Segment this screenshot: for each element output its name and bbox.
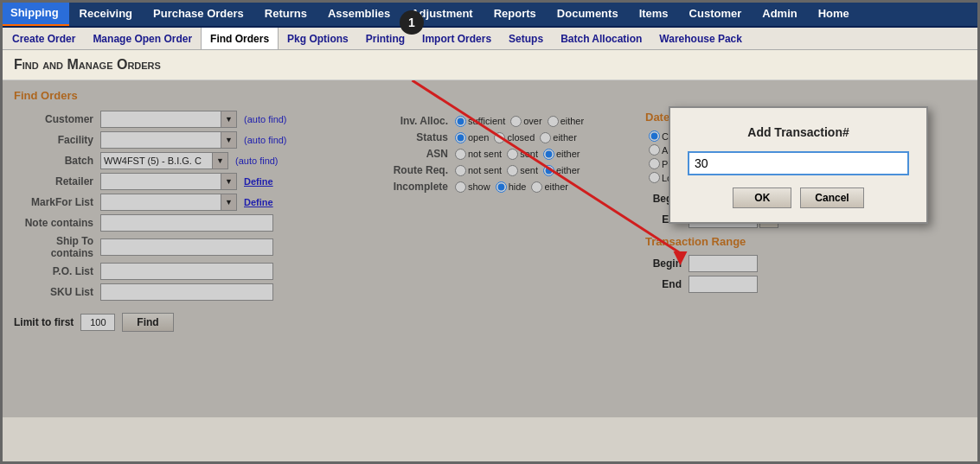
nav-receiving[interactable]: Receiving xyxy=(69,0,143,26)
nav-main-bar: Shipping Receiving Purchase Orders Retur… xyxy=(0,0,980,28)
subnav-pkg-options[interactable]: Pkg Options xyxy=(279,28,357,49)
nav-purchase-orders[interactable]: Purchase Orders xyxy=(143,0,254,26)
subnav-import-orders[interactable]: Import Orders xyxy=(413,28,500,49)
dialog-cancel-button[interactable]: Cancel xyxy=(800,188,863,208)
dialog-ok-button[interactable]: OK xyxy=(733,188,791,208)
dialog-title: Add Transaction# xyxy=(688,125,909,139)
nav-home[interactable]: Home xyxy=(808,0,860,26)
subnav-find-orders[interactable]: Find Orders xyxy=(201,28,279,49)
subnav-create-order[interactable]: Create Order xyxy=(3,28,84,49)
nav-documents[interactable]: Documents xyxy=(547,0,629,26)
subnav-batch-allocation[interactable]: Batch Allocation xyxy=(552,28,650,49)
nav-returns[interactable]: Returns xyxy=(254,0,317,26)
nav-customer[interactable]: Customer xyxy=(679,0,753,26)
nav-items[interactable]: Items xyxy=(629,0,679,26)
subnav-manage-open-order[interactable]: Manage Open Order xyxy=(84,28,201,49)
nav-shipping[interactable]: Shipping xyxy=(0,0,69,26)
nav-admin[interactable]: Admin xyxy=(752,0,807,26)
step-badge: 1 xyxy=(400,10,424,35)
dialog-buttons: OK Cancel xyxy=(688,188,909,208)
subnav-setups[interactable]: Setups xyxy=(500,28,552,49)
nav-reports[interactable]: Reports xyxy=(484,0,547,26)
nav-sub-bar: Create Order Manage Open Order Find Orde… xyxy=(0,28,980,50)
dialog-box: Add Transaction# OK Cancel xyxy=(669,106,928,224)
dialog-overlay: Add Transaction# OK Cancel xyxy=(0,80,980,417)
dialog-transaction-input[interactable] xyxy=(688,151,909,175)
page-title: Find and Manage Orders xyxy=(0,50,980,80)
nav-assemblies[interactable]: Assemblies xyxy=(317,0,400,26)
main-nav: Shipping Receiving Purchase Orders Retur… xyxy=(0,0,980,50)
subnav-warehouse-pack[interactable]: Warehouse Pack xyxy=(650,28,751,49)
